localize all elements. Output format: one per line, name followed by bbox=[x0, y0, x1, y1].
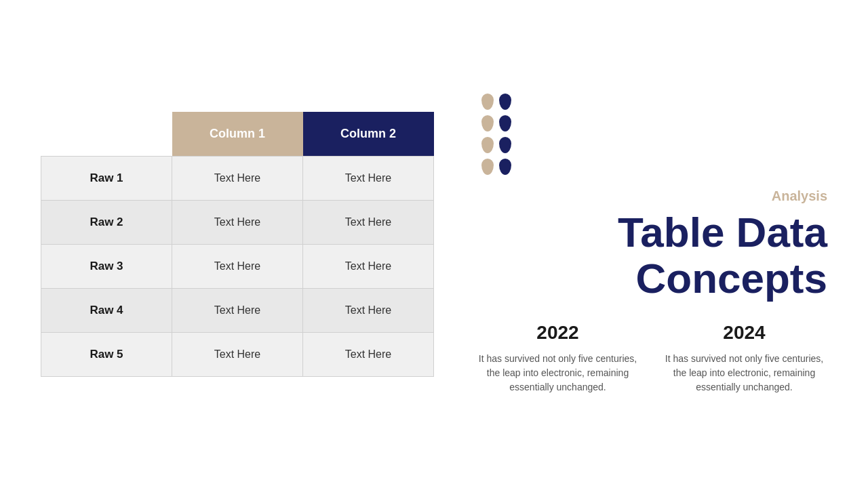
stat-text: It has survived not only five centuries,… bbox=[475, 352, 641, 394]
row-label: Raw 4 bbox=[41, 288, 172, 332]
row-col2-cell: Text Here bbox=[303, 200, 434, 244]
row-col2-cell: Text Here bbox=[303, 332, 434, 376]
main-title-line2: Concepts bbox=[636, 255, 827, 302]
dot-navy bbox=[499, 137, 511, 153]
dot-tan bbox=[481, 137, 494, 153]
table-row: Raw 3 Text Here Text Here bbox=[41, 244, 434, 288]
data-table: Column 1 Column 2 Raw 1 Text Here Text H… bbox=[41, 112, 434, 377]
stat-text: It has survived not only five centuries,… bbox=[661, 352, 827, 394]
row-label: Raw 1 bbox=[41, 156, 172, 200]
stats-row: 2022 It has survived not only five centu… bbox=[475, 322, 827, 394]
table-section: Column 1 Column 2 Raw 1 Text Here Text H… bbox=[41, 112, 434, 377]
info-section: Analysis Table Data Concepts 2022 It has… bbox=[461, 94, 827, 394]
dot-tan bbox=[481, 94, 494, 110]
row-col1-cell: Text Here bbox=[172, 332, 303, 376]
main-title: Table Data Concepts bbox=[618, 209, 827, 302]
table-row: Raw 5 Text Here Text Here bbox=[41, 332, 434, 376]
main-title-line1: Table Data bbox=[618, 209, 827, 256]
row-col1-cell: Text Here bbox=[172, 288, 303, 332]
row-col2-cell: Text Here bbox=[303, 288, 434, 332]
row-col1-cell: Text Here bbox=[172, 156, 303, 200]
table-row: Raw 2 Text Here Text Here bbox=[41, 200, 434, 244]
dot-navy bbox=[499, 115, 511, 131]
row-col2-cell: Text Here bbox=[303, 156, 434, 200]
table-row: Raw 4 Text Here Text Here bbox=[41, 288, 434, 332]
row-col1-cell: Text Here bbox=[172, 200, 303, 244]
stat-year: 2022 bbox=[475, 322, 641, 344]
dot-tan bbox=[481, 159, 494, 175]
dot-tan bbox=[481, 115, 494, 131]
slide: Column 1 Column 2 Raw 1 Text Here Text H… bbox=[0, 0, 868, 488]
col2-header: Column 2 bbox=[303, 112, 434, 157]
col1-header: Column 1 bbox=[172, 112, 303, 157]
row-label: Raw 3 bbox=[41, 244, 172, 288]
row-label: Raw 5 bbox=[41, 332, 172, 376]
stat-year: 2024 bbox=[661, 322, 827, 344]
dot-navy bbox=[499, 159, 511, 175]
dots-container bbox=[481, 94, 511, 175]
stat-block: 2022 It has survived not only five centu… bbox=[475, 322, 641, 394]
header-empty-cell bbox=[41, 112, 172, 157]
table-row: Raw 1 Text Here Text Here bbox=[41, 156, 434, 200]
row-label: Raw 2 bbox=[41, 200, 172, 244]
row-col1-cell: Text Here bbox=[172, 244, 303, 288]
dot-navy bbox=[499, 94, 511, 110]
stat-block: 2024 It has survived not only five centu… bbox=[661, 322, 827, 394]
analysis-label: Analysis bbox=[772, 188, 827, 204]
row-col2-cell: Text Here bbox=[303, 244, 434, 288]
